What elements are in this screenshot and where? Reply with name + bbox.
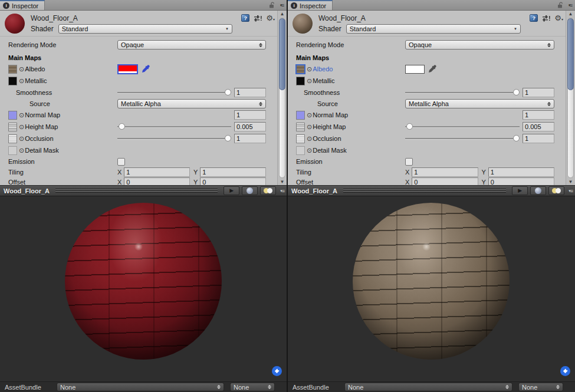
occlusion-texture-thumb[interactable] [296,134,305,143]
help-icon[interactable]: ? [241,14,249,22]
inspector-scrollbar[interactable]: ▲ ▼ [566,11,575,185]
height-map-texture-thumb[interactable] [296,123,305,131]
pane-menu-icon[interactable]: ▾≡ [568,2,572,8]
eyedropper-icon[interactable] [142,65,150,73]
metallic-target-icon[interactable]: ⊙ [19,77,24,85]
scroll-up-icon[interactable]: ▲ [278,11,287,17]
albedo-color-swatch[interactable] [405,65,425,74]
presets-icon[interactable] [542,15,550,22]
smoothness-value-field[interactable]: 1 [234,88,266,97]
preview-lighting-button[interactable] [260,186,276,195]
normal-map-value-field[interactable]: 1 [523,110,554,120]
occlusion-texture-thumb[interactable] [8,134,17,143]
inspector-scrollbar[interactable]: ▲ ▼ [277,11,287,185]
height-map-value-field[interactable]: 0.005 [523,122,554,131]
source-dropdown[interactable]: Metallic Alpha [117,99,266,108]
albedo-target-icon[interactable]: ⊙ [19,65,24,73]
tiling-x-field[interactable]: 1 [124,167,190,177]
preview-menu-icon[interactable]: ▾≡ [569,188,573,194]
normal-map-texture-thumb[interactable] [296,111,305,120]
assetbundle-variant-dropdown[interactable]: None [230,383,275,391]
preview-shape-button[interactable] [242,186,258,195]
smoothness-slider[interactable] [405,88,520,97]
source-dropdown[interactable]: Metallic Alpha [405,99,554,108]
asset-labels-button[interactable] [272,366,282,376]
height-map-slider[interactable] [117,123,231,131]
tiling-y-field[interactable]: 1 [488,167,554,177]
lock-icon[interactable] [557,2,564,9]
lock-icon[interactable] [269,2,275,9]
height-map-value-field[interactable]: 0.005 [234,122,266,131]
normal-map-texture-thumb[interactable] [8,111,17,120]
detail-mask-target-icon[interactable]: ⊙ [307,147,312,154]
scroll-up-icon[interactable]: ▲ [566,11,575,17]
scroll-down-icon[interactable]: ▼ [566,179,575,185]
occlusion-slider[interactable] [117,134,231,143]
scroll-down-icon[interactable]: ▼ [278,179,287,185]
smoothness-value-field[interactable]: 1 [523,88,554,97]
occlusion-value-field[interactable]: 1 [234,134,266,143]
occlusion-target-icon[interactable]: ⊙ [19,135,24,143]
offset-y-field[interactable]: 0 [200,177,266,186]
tiling-y-field[interactable]: 1 [200,167,266,177]
pane-menu-icon[interactable]: ▾≡ [280,2,284,8]
material-preview-sphere[interactable] [65,203,222,360]
detail-mask-target-icon[interactable]: ⊙ [19,147,24,154]
gear-icon[interactable]: ⚙▾ [554,14,563,22]
offset-y-field[interactable]: 0 [488,177,554,186]
material-preview-sphere[interactable] [353,203,510,360]
material-thumbnail[interactable] [5,14,25,34]
height-map-texture-thumb[interactable] [8,123,17,131]
albedo-label: Albedo [25,65,45,73]
preview-lighting-button[interactable] [548,186,564,195]
detail-mask-texture-thumb[interactable] [296,146,305,155]
albedo-texture-thumb[interactable] [8,65,17,74]
assetbundle-dropdown[interactable]: None [57,383,224,391]
occlusion-value-field[interactable]: 1 [523,134,554,143]
emission-checkbox[interactable] [405,158,413,166]
preview-shape-button[interactable] [530,186,546,195]
preview-drag-handle[interactable] [343,189,506,193]
play-button[interactable]: ▶ [224,186,239,195]
occlusion-target-icon[interactable]: ⊙ [307,135,312,143]
tab-inspector[interactable]: i Inspector [288,0,333,10]
offset-x-field[interactable]: 0 [412,177,478,186]
smoothness-slider[interactable] [117,88,231,97]
albedo-target-icon[interactable]: ⊙ [307,65,312,73]
shader-dropdown[interactable]: Standard ▼ [346,24,521,34]
metallic-texture-thumb[interactable] [296,77,305,85]
offset-x-field[interactable]: 0 [124,177,190,186]
tiling-x-field[interactable]: 1 [412,167,478,177]
eyedropper-icon[interactable] [428,65,436,73]
preview-drag-handle[interactable] [55,189,218,193]
scrollbar-thumb[interactable] [567,18,574,90]
height-map-target-icon[interactable]: ⊙ [19,123,24,131]
assetbundle-dropdown[interactable]: None [344,383,512,391]
shader-dropdown[interactable]: Standard ▼ [58,24,232,34]
height-map-slider[interactable] [405,123,520,131]
normal-map-value-field[interactable]: 1 [234,110,266,120]
normal-map-target-icon[interactable]: ⊙ [19,111,24,119]
play-button[interactable]: ▶ [512,186,528,195]
albedo-color-swatch[interactable] [117,64,138,74]
metallic-target-icon[interactable]: ⊙ [307,77,312,85]
occlusion-slider[interactable] [405,134,520,143]
albedo-texture-thumb[interactable] [296,65,305,74]
preview-menu-icon[interactable]: ▾≡ [280,188,284,194]
normal-map-target-icon[interactable]: ⊙ [307,111,312,119]
tab-inspector[interactable]: i Inspector [0,0,45,10]
presets-icon[interactable] [254,15,262,22]
rendering-mode-dropdown[interactable]: Opaque [117,40,266,50]
detail-mask-texture-thumb[interactable] [8,146,17,155]
material-thumbnail[interactable] [293,14,313,34]
emission-checkbox[interactable] [117,158,125,166]
asset-labels-button[interactable] [560,366,570,376]
tag-icon [562,368,569,374]
gear-icon[interactable]: ⚙▾ [266,14,275,22]
assetbundle-variant-dropdown[interactable]: None [518,383,563,391]
height-map-target-icon[interactable]: ⊙ [307,123,312,131]
metallic-texture-thumb[interactable] [8,77,17,85]
help-icon[interactable]: ? [530,14,538,22]
rendering-mode-dropdown[interactable]: Opaque [405,40,554,50]
scrollbar-thumb[interactable] [279,18,285,90]
